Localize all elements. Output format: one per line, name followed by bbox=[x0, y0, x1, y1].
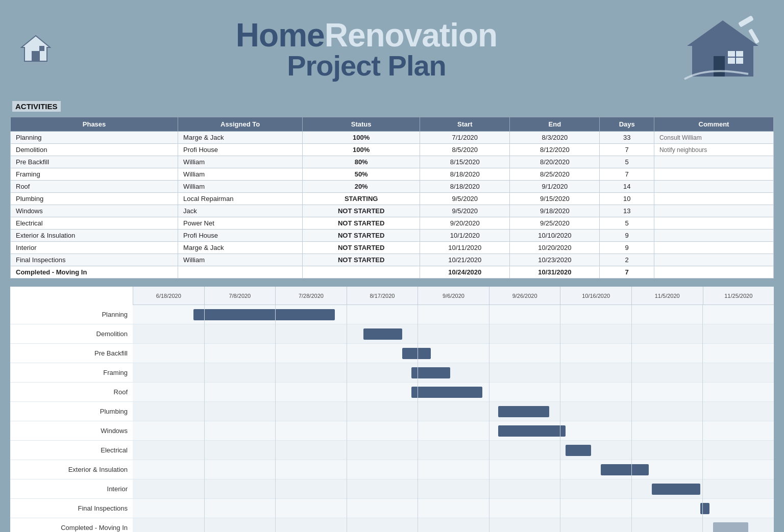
gantt-container: PlanningDemolitionPre BackfillFramingRoo… bbox=[10, 287, 774, 532]
cell-end: 9/18/2020 bbox=[510, 205, 600, 217]
cell-status: 20% bbox=[303, 181, 420, 193]
svg-rect-8 bbox=[738, 15, 754, 28]
table-row: Completed - Moving In10/24/202010/31/202… bbox=[11, 266, 774, 278]
cell-comment bbox=[654, 230, 773, 242]
activities-table: Phases Assigned To Status Start End Days… bbox=[10, 117, 774, 278]
col-phases: Phases bbox=[11, 117, 178, 132]
table-header-row: Phases Assigned To Status Start End Days… bbox=[11, 117, 774, 132]
cell-end: 10/10/2020 bbox=[510, 230, 600, 242]
cell-status: 50% bbox=[303, 168, 420, 181]
cell-assigned: Jack bbox=[178, 205, 303, 217]
gantt-row bbox=[133, 460, 774, 479]
gantt-label: Plumbing bbox=[10, 402, 133, 421]
gantt-date-label: 6/18/2020 bbox=[133, 287, 204, 305]
gantt-row bbox=[133, 344, 774, 363]
gantt-row bbox=[133, 421, 774, 441]
table-row: Final InspectionsWilliamNOT STARTED10/21… bbox=[11, 254, 774, 266]
cell-start: 8/18/2020 bbox=[420, 181, 510, 193]
cell-end: 9/15/2020 bbox=[510, 193, 600, 205]
cell-phase: Plumbing bbox=[11, 193, 178, 205]
svg-rect-2 bbox=[39, 46, 44, 51]
gantt-col-line bbox=[560, 305, 560, 532]
gantt-label: Framing bbox=[10, 363, 133, 383]
cell-phase: Interior bbox=[11, 242, 178, 254]
gantt-date-label: 11/5/2020 bbox=[631, 287, 703, 305]
gantt-row bbox=[133, 305, 774, 324]
cell-phase: Final Inspections bbox=[11, 254, 178, 266]
cell-start: 7/1/2020 bbox=[420, 132, 510, 144]
gantt-row bbox=[133, 518, 774, 532]
cell-status bbox=[303, 266, 420, 278]
cell-phase: Completed - Moving In bbox=[11, 266, 178, 278]
cell-status: 100% bbox=[303, 144, 420, 156]
logo-right bbox=[682, 15, 764, 84]
gantt-col-line bbox=[489, 305, 489, 532]
gantt-bar bbox=[193, 309, 334, 320]
cell-end: 9/25/2020 bbox=[510, 217, 600, 230]
gantt-label: Final Inspections bbox=[10, 499, 133, 518]
gantt-rows bbox=[133, 305, 774, 532]
gantt-col-line bbox=[631, 305, 632, 532]
cell-days: 7 bbox=[600, 168, 654, 181]
cell-status: NOT STARTED bbox=[303, 217, 420, 230]
cell-status: 100% bbox=[303, 132, 420, 144]
table-row: DemolitionProfi House100%8/5/20208/12/20… bbox=[11, 144, 774, 156]
gantt-col-line bbox=[275, 305, 276, 532]
gantt-bar bbox=[652, 484, 700, 495]
gantt-bar bbox=[566, 445, 591, 456]
cell-start: 9/5/2020 bbox=[420, 205, 510, 217]
cell-end: 10/31/2020 bbox=[510, 266, 600, 278]
gantt-date-label: 11/25/2020 bbox=[703, 287, 774, 305]
cell-end: 8/3/2020 bbox=[510, 132, 600, 144]
gantt-col-line bbox=[418, 305, 418, 532]
title-line1: HomeRenovation bbox=[236, 19, 497, 52]
cell-assigned: Power Net bbox=[178, 217, 303, 230]
cell-phase: Planning bbox=[11, 132, 178, 144]
cell-days: 2 bbox=[600, 254, 654, 266]
gantt-labels: PlanningDemolitionPre BackfillFramingRoo… bbox=[10, 287, 133, 532]
table-row: PlumbingLocal RepairmanSTARTING9/5/20209… bbox=[11, 193, 774, 205]
gantt-date-label: 9/26/2020 bbox=[489, 287, 560, 305]
gantt-row bbox=[133, 402, 774, 421]
gantt-label: Demolition bbox=[10, 324, 133, 344]
col-end: End bbox=[510, 117, 600, 132]
cell-phase: Exterior & Insulation bbox=[11, 230, 178, 242]
cell-status: STARTING bbox=[303, 193, 420, 205]
gantt-row bbox=[133, 363, 774, 383]
cell-status: NOT STARTED bbox=[303, 230, 420, 242]
cell-days: 14 bbox=[600, 181, 654, 193]
cell-comment bbox=[654, 217, 773, 230]
gantt-date-header: 6/18/20207/8/20207/28/20208/17/20209/6/2… bbox=[133, 287, 774, 305]
cell-assigned: William bbox=[178, 168, 303, 181]
cell-days: 7 bbox=[600, 144, 654, 156]
svg-rect-4 bbox=[714, 56, 725, 77]
cell-days: 5 bbox=[600, 217, 654, 230]
gantt-date-label: 9/6/2020 bbox=[418, 287, 489, 305]
cell-comment bbox=[654, 205, 773, 217]
cell-start: 10/24/2020 bbox=[420, 266, 510, 278]
title-line2: Project Plan bbox=[287, 52, 446, 80]
gantt-bar bbox=[402, 348, 431, 359]
gantt-col-line bbox=[702, 305, 703, 532]
svg-rect-1 bbox=[32, 51, 40, 61]
gantt-chart-area: 6/18/20207/8/20207/28/20208/17/20209/6/2… bbox=[133, 287, 774, 532]
cell-status: NOT STARTED bbox=[303, 205, 420, 217]
cell-phase: Electrical bbox=[11, 217, 178, 230]
col-comment: Comment bbox=[654, 117, 773, 132]
gantt-row bbox=[133, 479, 774, 499]
gantt-date-label: 7/8/2020 bbox=[204, 287, 276, 305]
gantt-row bbox=[133, 499, 774, 518]
col-status: Status bbox=[303, 117, 420, 132]
gantt-label: Interior bbox=[10, 479, 133, 499]
gantt-bar bbox=[411, 387, 482, 398]
cell-days: 10 bbox=[600, 193, 654, 205]
cell-assigned bbox=[178, 266, 303, 278]
cell-days: 13 bbox=[600, 205, 654, 217]
gantt-label: Roof bbox=[10, 383, 133, 402]
table-row: PlanningMarge & Jack100%7/1/20208/3/2020… bbox=[11, 132, 774, 144]
cell-phase: Pre Backfill bbox=[11, 156, 178, 168]
gantt-row bbox=[133, 383, 774, 402]
gantt-bar bbox=[363, 328, 402, 340]
cell-assigned: William bbox=[178, 181, 303, 193]
table-row: FramingWilliam50%8/18/20208/25/20207 bbox=[11, 168, 774, 181]
